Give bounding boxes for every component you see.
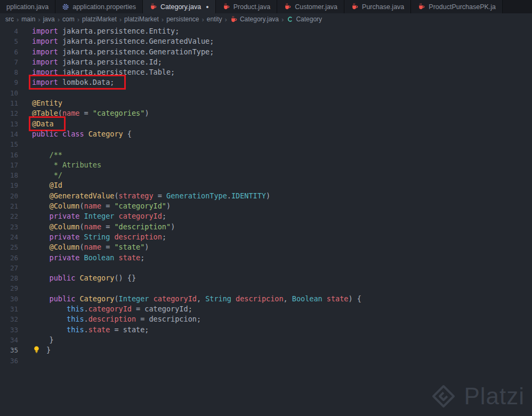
code-line[interactable]: 8import jakarta.persistence.Table;	[0, 67, 532, 77]
tab-category-java[interactable]: Category.java●	[143, 0, 216, 13]
code-line-content[interactable]: */	[32, 170, 62, 180]
code-token: descripcion	[236, 294, 283, 303]
code-line[interactable]: 36	[0, 356, 532, 366]
tab-application-properties[interactable]: application.properties	[55, 0, 143, 13]
code-token: name	[84, 222, 102, 231]
code-line[interactable]: 4import jakarta.persistence.Entity;	[0, 26, 532, 36]
code-line[interactable]: 34 }	[0, 335, 532, 345]
code-line[interactable]: 25 @Column(name = "state")	[0, 242, 532, 252]
code-line-content[interactable]: public Category() {}	[32, 273, 136, 283]
code-token: jakarta.persistence.GenerationType;	[58, 47, 214, 56]
code-line[interactable]: 33 this.state = state;	[0, 325, 532, 335]
code-token: state	[119, 253, 141, 262]
code-line-content[interactable]: @Column(name = "description")	[32, 222, 175, 232]
breadcrumb-item-src[interactable]: src	[5, 15, 14, 23]
code-token: * Atributes	[32, 161, 101, 169]
code-line[interactable]: 24 private String description;	[0, 232, 532, 242]
code-line-content[interactable]: @Column(name = "state")	[32, 242, 149, 252]
code-line-content[interactable]: import jakarta.persistence.Table;	[32, 67, 175, 77]
code-token: ,	[197, 294, 205, 303]
code-line[interactable]: 35}	[0, 345, 532, 355]
code-line[interactable]: 22 private Integer categoryId;	[0, 211, 532, 221]
code-line-content[interactable]: /**	[32, 150, 62, 160]
code-token: ;	[162, 212, 166, 220]
code-line-content[interactable]: @Data	[32, 119, 62, 129]
code-token: Category	[79, 274, 114, 282]
breadcrumb-item-com[interactable]: com	[62, 15, 75, 23]
java-file-icon	[230, 15, 238, 23]
breadcrumb-item-platzimarket[interactable]: platziMarket	[124, 15, 159, 23]
code-line-content[interactable]: this.state = state;	[32, 325, 149, 335]
code-line-content[interactable]: }	[32, 335, 54, 345]
code-line[interactable]: 29	[0, 283, 532, 293]
code-line[interactable]: 16 /**	[0, 150, 532, 160]
code-line[interactable]: 7import jakarta.persistence.Id;	[0, 57, 532, 67]
code-line-content[interactable]: @Table(name = "categories")	[32, 108, 149, 118]
tab-customer-java[interactable]: Customer.java	[277, 0, 344, 13]
code-line-content[interactable]: import jakarta.persistence.Entity;	[32, 26, 179, 36]
code-line[interactable]: 32 this.description = descripcion;	[0, 314, 532, 324]
line-number: 29	[0, 283, 18, 293]
code-line[interactable]: 5import jakarta.persistence.GeneratedVal…	[0, 36, 532, 46]
code-line-content[interactable]: @Entity	[32, 98, 62, 108]
breadcrumb-item-platzimarket[interactable]: platziMarket	[82, 15, 117, 23]
line-number: 16	[0, 150, 18, 160]
code-line-content[interactable]: private String description;	[32, 232, 166, 242]
breadcrumb-item-java[interactable]: java	[43, 15, 55, 23]
tab-pplication-java[interactable]: pplication.java	[0, 0, 55, 13]
code-line[interactable]: 26 private Boolean state;	[0, 253, 532, 263]
code-line[interactable]: 15	[0, 139, 532, 149]
code-line[interactable]: 13@Data	[0, 119, 532, 129]
code-line-content[interactable]: @Id	[32, 180, 62, 190]
code-line-content[interactable]: }	[32, 345, 51, 355]
code-line-content[interactable]: @GeneratedValue(strategy = GenerationTyp…	[32, 191, 270, 201]
code-line[interactable]: 12@Table(name = "categories")	[0, 108, 532, 118]
code-line[interactable]: 17 * Atributes	[0, 160, 532, 170]
code-token: (	[79, 202, 84, 210]
code-line[interactable]: 14public class Category {	[0, 129, 532, 139]
breadcrumb-item-category[interactable]: Category	[286, 15, 322, 23]
breadcrumb-item-category-java[interactable]: Category.java	[230, 15, 279, 23]
code-line[interactable]: 18 */	[0, 170, 532, 180]
code-token: IDENTITY	[231, 191, 266, 200]
code-line-content[interactable]: private Integer categoryId;	[32, 211, 166, 221]
code-line-content[interactable]: @Column(name = "categoryId")	[32, 201, 171, 211]
code-line-content[interactable]: this.description = descripcion;	[32, 314, 201, 324]
code-line-content[interactable]: this.categoryId = categoryId;	[32, 304, 192, 314]
code-line[interactable]: 11@Entity	[0, 98, 532, 108]
code-line-content[interactable]: import jakarta.persistence.GenerationTyp…	[32, 47, 214, 57]
platzi-watermark-text: Platzi	[464, 383, 525, 410]
code-line[interactable]: 21 @Column(name = "categoryId")	[0, 201, 532, 211]
code-line-content[interactable]: * Atributes	[32, 160, 101, 170]
code-line[interactable]: 6import jakarta.persistence.GenerationTy…	[0, 47, 532, 57]
code-line[interactable]: 20 @GeneratedValue(strategy = Generation…	[0, 191, 532, 201]
code-line[interactable]: 23 @Column(name = "description")	[0, 222, 532, 232]
code-line[interactable]: 30 public Category(Integer categoryId, S…	[0, 294, 532, 304]
code-line[interactable]: 9import lombok.Data;	[0, 77, 532, 87]
code-token: */	[32, 171, 62, 179]
breadcrumb-item-persistence[interactable]: persistence	[166, 15, 199, 23]
code-line-content[interactable]: import jakarta.persistence.Id;	[32, 57, 162, 67]
code-line[interactable]: 31 this.categoryId = categoryId;	[0, 304, 532, 314]
code-line-content[interactable]: import lombok.Data;	[32, 77, 123, 87]
code-line-content[interactable]: import jakarta.persistence.GeneratedValu…	[32, 36, 214, 46]
code-token	[114, 212, 118, 220]
platzi-watermark: Platzi	[431, 383, 525, 410]
code-line[interactable]: 10	[0, 88, 532, 98]
breadcrumb-item-entity[interactable]: entity	[207, 15, 222, 23]
breadcrumb-item-main[interactable]: main	[21, 15, 35, 23]
code-line[interactable]: 28 public Category() {}	[0, 273, 532, 283]
tab-purchase-java[interactable]: Purchase.java	[344, 0, 411, 13]
code-line-content[interactable]: public Category(Integer categoryId, Stri…	[32, 294, 361, 304]
tab-productpurchasepk-ja[interactable]: ProductPurchasePK.ja	[411, 0, 503, 13]
code-line[interactable]: 19 @Id	[0, 180, 532, 190]
code-line-content[interactable]: private Boolean state;	[32, 253, 144, 263]
code-token: /**	[32, 150, 62, 159]
breadcrumb-label: persistence	[166, 15, 199, 23]
code-token: () {}	[114, 274, 136, 282]
tab-product-java[interactable]: Product.java	[216, 0, 277, 13]
code-line-content[interactable]: public class Category {	[32, 129, 132, 139]
code-token: private	[32, 233, 79, 241]
chevron-right-icon: ›	[281, 15, 284, 23]
code-line[interactable]: 27	[0, 263, 532, 273]
